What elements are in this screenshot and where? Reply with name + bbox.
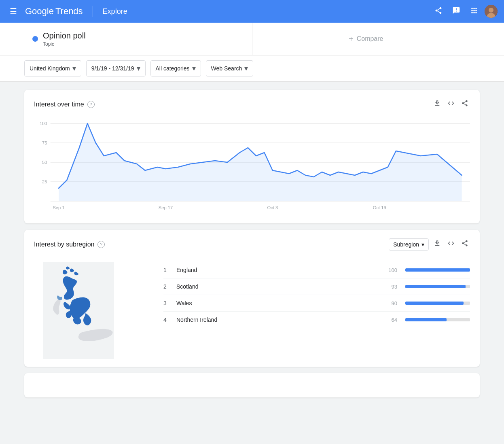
bar-fill-scotland bbox=[405, 285, 466, 288]
ranking-row-northern-ireland: 4 Northern Ireland 64 bbox=[163, 312, 470, 328]
svg-text:100: 100 bbox=[40, 121, 47, 126]
share-icon-subregion[interactable] bbox=[460, 238, 470, 251]
app-header: ☰ Google Trends Explore bbox=[0, 0, 504, 23]
embed-icon-time[interactable] bbox=[446, 98, 456, 110]
filters-bar: United Kingdom ▾ 9/1/19 - 12/31/19 ▾ All… bbox=[0, 55, 504, 82]
search-type-filter[interactable]: Web Search ▾ bbox=[206, 60, 254, 76]
term-name: Opinion poll bbox=[43, 31, 86, 40]
card-header-subregion: Interest by subregion ? Subregion ▾ bbox=[24, 230, 480, 255]
date-arrow-icon: ▾ bbox=[137, 64, 140, 73]
svg-text:75: 75 bbox=[42, 140, 47, 145]
rankings-list: 1 England 100 2 Scotland 93 bbox=[163, 262, 470, 360]
region-label: United Kingdom bbox=[30, 65, 70, 72]
categories-filter[interactable]: All categories ▾ bbox=[150, 60, 201, 76]
interest-over-time-card: Interest over time ? bbox=[24, 90, 480, 223]
search-type-arrow-icon: ▾ bbox=[244, 64, 248, 73]
bar-fill-england bbox=[405, 268, 470, 272]
help-icon-time[interactable]: ? bbox=[87, 101, 95, 108]
interest-over-time-title: Interest over time bbox=[34, 101, 84, 108]
term-info: Opinion poll Topic bbox=[43, 31, 86, 47]
svg-text:50: 50 bbox=[42, 160, 47, 165]
card-title-row-subregion: Interest by subregion ? bbox=[34, 241, 105, 248]
bar-container-england bbox=[405, 268, 470, 272]
categories-label: All categories bbox=[156, 65, 190, 72]
compare-plus: + bbox=[349, 34, 354, 44]
card-header-time: Interest over time ? bbox=[24, 90, 480, 115]
date-filter[interactable]: 9/1/19 - 12/31/19 ▾ bbox=[86, 60, 146, 76]
main-content: Interest over time ? bbox=[0, 82, 504, 406]
rank-value-scotland: 93 bbox=[385, 284, 397, 290]
apps-icon[interactable] bbox=[467, 3, 481, 20]
header-left: ☰ Google Trends Explore bbox=[6, 3, 431, 19]
compare-button[interactable]: + Compare bbox=[252, 23, 480, 55]
bar-fill-wales bbox=[405, 302, 464, 305]
rank-num-3: 3 bbox=[163, 300, 172, 306]
download-icon-time[interactable] bbox=[432, 98, 443, 110]
header-divider bbox=[93, 6, 93, 17]
rank-label-northern-ireland: Northern Ireland bbox=[176, 317, 380, 323]
card-actions-subregion: Subregion ▾ bbox=[389, 238, 470, 251]
subregion-arrow-icon: ▾ bbox=[421, 241, 424, 248]
bottom-card bbox=[24, 373, 480, 397]
ranking-row-wales: 3 Wales 90 bbox=[163, 295, 470, 312]
bar-container-scotland bbox=[405, 285, 470, 288]
header-right bbox=[431, 3, 498, 20]
interest-by-subregion-title: Interest by subregion bbox=[34, 241, 94, 248]
ranking-row-england: 1 England 100 bbox=[163, 262, 470, 278]
logo-trends: Trends bbox=[55, 6, 83, 17]
rank-label-wales: Wales bbox=[176, 300, 380, 306]
compare-label: Compare bbox=[357, 35, 383, 42]
subregion-content: 1 England 100 2 Scotland 93 bbox=[24, 255, 480, 367]
share-icon[interactable] bbox=[431, 3, 446, 20]
bar-container-northern-ireland bbox=[405, 318, 470, 321]
region-filter[interactable]: United Kingdom ▾ bbox=[24, 60, 81, 76]
subregion-select[interactable]: Subregion ▾ bbox=[389, 238, 429, 251]
download-icon-subregion[interactable] bbox=[432, 238, 443, 251]
avatar[interactable] bbox=[485, 5, 498, 18]
svg-text:Oct 3: Oct 3 bbox=[267, 205, 278, 210]
rank-label-scotland: Scotland bbox=[176, 283, 380, 290]
svg-text:25: 25 bbox=[42, 179, 47, 184]
term-dot bbox=[32, 36, 38, 42]
rank-num-1: 1 bbox=[163, 267, 172, 273]
time-chart: 100 75 50 25 Sep 1 Sep 17 Oct 3 Oct 19 bbox=[34, 115, 470, 212]
svg-text:Sep 17: Sep 17 bbox=[159, 205, 173, 210]
card-title-row-time: Interest over time ? bbox=[34, 101, 95, 108]
feedback-icon[interactable] bbox=[449, 3, 464, 20]
search-area: Opinion poll Topic + Compare bbox=[0, 23, 504, 55]
logo: Google Trends bbox=[25, 6, 83, 17]
svg-point-1 bbox=[489, 8, 493, 13]
uk-map-container bbox=[34, 262, 147, 360]
rank-value-northern-ireland: 64 bbox=[385, 317, 397, 323]
menu-icon[interactable]: ☰ bbox=[6, 3, 20, 19]
rank-value-england: 100 bbox=[385, 267, 397, 273]
ranking-row-scotland: 2 Scotland 93 bbox=[163, 278, 470, 295]
uk-map-svg bbox=[34, 262, 123, 359]
search-term: Opinion poll Topic bbox=[24, 23, 252, 55]
svg-text:Oct 19: Oct 19 bbox=[373, 205, 386, 210]
search-type-label: Web Search bbox=[211, 65, 242, 72]
interest-by-subregion-card: Interest by subregion ? Subregion ▾ bbox=[24, 230, 480, 367]
date-label: 9/1/19 - 12/31/19 bbox=[91, 65, 134, 72]
bar-container-wales bbox=[405, 302, 470, 305]
chart-container: 100 75 50 25 Sep 1 Sep 17 Oct 3 Oct 19 bbox=[24, 115, 480, 223]
help-icon-subregion[interactable]: ? bbox=[97, 241, 105, 248]
rank-value-wales: 90 bbox=[385, 300, 397, 306]
bar-fill-northern-ireland bbox=[405, 318, 447, 321]
avatar-image bbox=[485, 5, 498, 18]
header-explore: Explore bbox=[103, 7, 127, 16]
card-actions-time bbox=[432, 98, 470, 110]
svg-text:Sep 1: Sep 1 bbox=[53, 205, 64, 210]
subregion-filter-label: Subregion bbox=[393, 241, 419, 248]
categories-arrow-icon: ▾ bbox=[192, 64, 196, 73]
search-row: Opinion poll Topic + Compare bbox=[24, 23, 480, 55]
rank-label-england: England bbox=[176, 267, 380, 273]
region-arrow-icon: ▾ bbox=[72, 64, 76, 73]
term-type: Topic bbox=[43, 41, 86, 47]
rank-num-4: 4 bbox=[163, 317, 172, 323]
embed-icon-subregion[interactable] bbox=[446, 238, 456, 251]
share-icon-time[interactable] bbox=[460, 98, 470, 110]
logo-google: Google bbox=[25, 6, 54, 17]
rank-num-2: 2 bbox=[163, 283, 172, 290]
